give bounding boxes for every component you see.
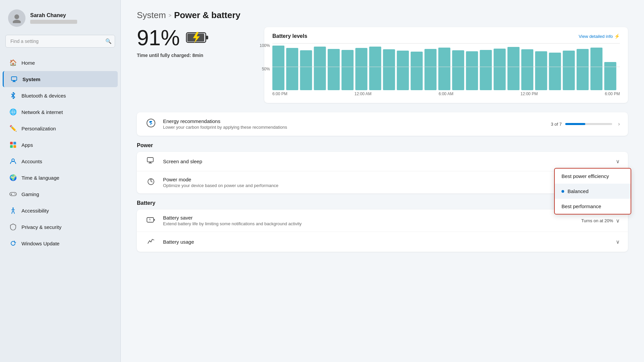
battery-usage-right: ∨ — [616, 239, 620, 245]
sidebar-item-label: Time & language — [21, 175, 59, 181]
sidebar-item-accessibility[interactable]: Accessibility — [3, 202, 118, 219]
sidebar-item-label: Accounts — [21, 159, 42, 164]
user-section: Sarah Chaney — [0, 0, 120, 34]
screen-sleep-text: Screen and sleep — [163, 159, 610, 164]
dropdown-option-balanced[interactable]: Balanced — [555, 184, 631, 199]
screen-sleep-right: ∨ — [616, 158, 620, 165]
battery-saver-status: Turns on at 20% — [581, 218, 613, 223]
svg-rect-46 — [147, 158, 153, 162]
screen-sleep-title: Screen and sleep — [163, 159, 610, 164]
battery-percent-row: 91% — [137, 27, 251, 49]
svg-rect-4 — [12, 81, 16, 82]
search-icon[interactable]: 🔍 — [105, 38, 112, 44]
svg-rect-6 — [13, 142, 16, 144]
svg-rect-32 — [438, 48, 450, 90]
balanced-dot — [561, 190, 564, 193]
battery-saver-chevron: ∨ — [616, 218, 620, 224]
sidebar-item-home[interactable]: 🏠 Home — [3, 55, 118, 71]
dropdown-option-performance[interactable]: Best performance — [555, 199, 631, 214]
battery-usage-icon — [145, 237, 157, 246]
svg-rect-39 — [535, 51, 547, 90]
chart-title: Battery levels — [272, 33, 307, 39]
svg-rect-38 — [521, 49, 533, 90]
sidebar-item-label: Network & internet — [21, 109, 63, 115]
chart-label-2: 6:00 AM — [439, 92, 453, 96]
svg-rect-25 — [341, 50, 354, 90]
search-box[interactable]: 🔍 — [5, 35, 115, 48]
user-email — [30, 20, 77, 24]
battery-usage-row[interactable]: Battery usage ∨ — [137, 232, 628, 252]
energy-text: Energy recommendations Lower your carbon… — [163, 118, 545, 130]
svg-rect-31 — [425, 49, 437, 90]
energy-recommendations-card: Energy recommendations Lower your carbon… — [137, 112, 628, 136]
breadcrumb-separator: > — [169, 13, 171, 18]
view-detailed-link[interactable]: View detailed info ⚡ — [579, 34, 620, 39]
charging-bolt-icon: ⚡ — [614, 34, 620, 39]
svg-rect-23 — [314, 47, 326, 90]
battery-chart-section: Battery levels View detailed info ⚡ 100%… — [264, 27, 628, 103]
svg-point-13 — [14, 193, 15, 194]
power-mode-title: Power mode — [163, 177, 620, 182]
svg-rect-40 — [549, 53, 561, 90]
battery-saver-text: Battery saver Extend battery life by lim… — [163, 215, 575, 226]
system-icon — [10, 75, 18, 83]
svg-rect-26 — [355, 48, 367, 90]
svg-rect-24 — [328, 49, 340, 90]
sidebar: Sarah Chaney 🔍 🏠 Home System — [0, 0, 121, 362]
sidebar-item-bluetooth[interactable]: Bluetooth & devices — [3, 87, 118, 104]
sidebar-item-update[interactable]: Windows Update — [3, 235, 118, 251]
svg-rect-7 — [10, 145, 13, 148]
time-icon: 🌍 — [9, 174, 17, 181]
progress-bar-fill — [565, 123, 585, 125]
chart-label-3: 12:00 PM — [521, 92, 538, 96]
dropdown-option-efficiency[interactable]: Best power efficiency — [555, 169, 631, 184]
power-section-label: Power — [137, 142, 628, 148]
accessibility-icon — [9, 207, 17, 214]
energy-progress-text: 3 of 7 — [551, 122, 562, 127]
power-mode-subtitle: Optimize your device based on power use … — [163, 183, 620, 188]
svg-rect-36 — [494, 49, 506, 90]
sidebar-item-label: System — [22, 76, 40, 82]
breadcrumb: System > Power & battery — [137, 10, 628, 20]
progress-bar — [565, 123, 612, 125]
chart-label-4: 6:00 PM — [605, 92, 620, 96]
sidebar-item-network[interactable]: 🌐 Network & internet — [3, 104, 118, 120]
sidebar-item-label: Privacy & security — [21, 224, 61, 230]
svg-point-0 — [14, 14, 19, 19]
screen-icon — [145, 157, 157, 166]
time-until: Time until fully charged: 8min — [137, 53, 251, 58]
accounts-icon — [9, 158, 17, 165]
power-section-card: Screen and sleep ∨ Power mode Optimize y… — [137, 152, 628, 193]
svg-rect-3 — [13, 81, 15, 81]
privacy-icon — [9, 223, 17, 231]
energy-subtitle: Lower your carbon footprint by applying … — [163, 125, 545, 130]
power-mode-row[interactable]: Power mode Optimize your device based on… — [137, 171, 628, 193]
time-value: 8min — [192, 53, 203, 58]
battery-usage-chevron: ∨ — [616, 239, 620, 245]
sidebar-item-accounts[interactable]: Accounts — [3, 153, 118, 169]
home-icon: 🏠 — [9, 59, 17, 66]
sidebar-item-personalization[interactable]: ✏️ Personalization — [3, 120, 118, 136]
svg-rect-20 — [272, 46, 284, 90]
sidebar-item-system[interactable]: System — [3, 71, 118, 87]
svg-rect-27 — [369, 47, 381, 90]
sidebar-item-apps[interactable]: Apps — [3, 137, 118, 153]
svg-rect-17 — [206, 36, 208, 39]
gaming-icon — [9, 190, 17, 198]
svg-rect-21 — [286, 48, 298, 90]
sidebar-item-privacy[interactable]: Privacy & security — [3, 219, 118, 235]
svg-rect-8 — [13, 145, 16, 148]
sidebar-item-label: Gaming — [21, 191, 39, 197]
view-detailed-text: View detailed info — [579, 34, 613, 39]
energy-recommendations-row[interactable]: Energy recommendations Lower your carbon… — [137, 112, 628, 136]
svg-rect-30 — [411, 52, 423, 90]
sidebar-item-time[interactable]: 🌍 Time & language — [3, 170, 118, 186]
svg-rect-48 — [149, 163, 152, 164]
chart-header: Battery levels View detailed info ⚡ — [272, 33, 620, 39]
search-input[interactable] — [5, 35, 115, 48]
sidebar-item-gaming[interactable]: Gaming — [3, 186, 118, 202]
svg-rect-51 — [154, 219, 155, 221]
chart-area: 100% 50% — [272, 43, 620, 97]
battery-section-card: Battery saver Extend battery life by lim… — [137, 209, 628, 252]
chart-labels: 6:00 PM 12:00 AM 6:00 AM 12:00 PM 6:00 P… — [272, 92, 620, 96]
